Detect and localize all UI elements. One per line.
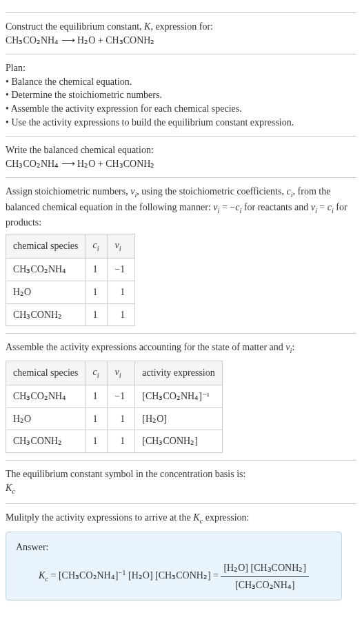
activity-section: Assemble the activity expressions accoun…	[6, 333, 356, 453]
symbol-line1: The equilibrium constant symbol in the c…	[6, 467, 356, 481]
cell-expr: [CH₃CO₂NH₄]⁻¹	[135, 385, 222, 408]
plan-item: • Use the activity expressions to build …	[6, 116, 356, 130]
cell-species: CH₃CO₂NH₄	[6, 259, 86, 281]
plan-section: Plan: • Balance the chemical equation. •…	[6, 54, 356, 129]
plan-item: • Balance the chemical equation.	[6, 75, 356, 89]
table-row: CH₃CO₂NH₄ 1 −1 [CH₃CO₂NH₄]⁻¹	[6, 385, 223, 408]
table-row: CH₃CONH₂ 1 1 [CH₃CONH₂]	[6, 430, 223, 453]
prompt-text: Construct the equilibrium constant, K, e…	[6, 21, 213, 32]
table-header-row: chemical species ci νi activity expressi…	[6, 361, 223, 385]
col-expr: activity expression	[135, 361, 222, 385]
multiply-intro: Mulitply the activity expressions to arr…	[6, 511, 356, 526]
answer-box: Answer: Kc = [CH₃CO₂NH₄]−1 [H₂O] [CH₃CON…	[6, 532, 342, 601]
table-header-row: chemical species ci νi	[6, 234, 135, 258]
fraction-denominator: [CH₃CO₂NH₄]	[221, 577, 309, 592]
cell-species: CH₃CO₂NH₄	[6, 385, 86, 408]
table-row: CH₃CO₂NH₄ 1 −1	[6, 259, 135, 281]
answer-equation: Kc = [CH₃CO₂NH₄]−1 [H₂O] [CH₃CONH₂] = [H…	[16, 561, 332, 592]
cell-species: H₂O	[6, 281, 86, 303]
cell-v: 1	[108, 407, 135, 430]
intro-equation: CH₃CO₂NH₄ ⟶ H₂O + CH₃CONH₂	[6, 34, 356, 48]
activity-table: chemical species ci νi activity expressi…	[6, 361, 223, 453]
cell-c: 1	[86, 281, 108, 303]
cell-v: 1	[108, 281, 135, 303]
cell-c: 1	[86, 430, 108, 453]
cell-v: −1	[108, 385, 135, 408]
intro-section: Construct the equilibrium constant, K, e…	[6, 12, 356, 47]
cell-c: 1	[86, 407, 108, 430]
stoich-table: chemical species ci νi CH₃CO₂NH₄ 1 −1 H₂…	[6, 234, 135, 326]
cell-c: 1	[86, 385, 108, 408]
cell-species: H₂O	[6, 407, 86, 430]
multiply-section: Mulitply the activity expressions to arr…	[6, 503, 356, 601]
cell-species: CH₃CONH₂	[6, 303, 86, 326]
col-species: chemical species	[6, 361, 86, 385]
cell-v: 1	[108, 430, 135, 453]
col-species: chemical species	[6, 234, 86, 258]
table-row: CH₃CONH₂ 1 1	[6, 303, 135, 326]
col-ci: ci	[86, 234, 108, 258]
answer-fraction: [H₂O] [CH₃CONH₂] [CH₃CO₂NH₄]	[221, 561, 309, 592]
cell-v: −1	[108, 259, 135, 281]
symbol-section: The equilibrium constant symbol in the c…	[6, 460, 356, 496]
cell-v: 1	[108, 303, 135, 326]
symbol-line2: Kc	[6, 481, 356, 496]
balanced-equation: CH₃CO₂NH₄ ⟶ H₂O + CH₃CONH₂	[6, 157, 356, 171]
table-row: H₂O 1 1	[6, 281, 135, 303]
prompt-line: Construct the equilibrium constant, K, e…	[6, 20, 356, 34]
col-ci: ci	[86, 361, 108, 385]
activity-intro: Assemble the activity expressions accoun…	[6, 341, 356, 356]
stoich-section: Assign stoichiometric numbers, νi, using…	[6, 177, 356, 326]
balanced-heading: Write the balanced chemical equation:	[6, 143, 356, 157]
plan-heading: Plan:	[6, 61, 356, 75]
col-vi: νi	[108, 234, 135, 258]
stoich-intro: Assign stoichiometric numbers, νi, using…	[6, 185, 356, 230]
col-vi: νi	[108, 361, 135, 385]
cell-c: 1	[86, 303, 108, 326]
table-row: H₂O 1 1 [H₂O]	[6, 407, 223, 430]
fraction-numerator: [H₂O] [CH₃CONH₂]	[221, 561, 309, 577]
plan-item: • Assemble the activity expression for e…	[6, 102, 356, 116]
cell-expr: [CH₃CONH₂]	[135, 430, 222, 453]
plan-item: • Determine the stoichiometric numbers.	[6, 88, 356, 102]
balanced-section: Write the balanced chemical equation: CH…	[6, 136, 356, 170]
cell-c: 1	[86, 259, 108, 281]
cell-species: CH₃CONH₂	[6, 430, 86, 453]
cell-expr: [H₂O]	[135, 407, 222, 430]
answer-label: Answer:	[16, 541, 332, 554]
